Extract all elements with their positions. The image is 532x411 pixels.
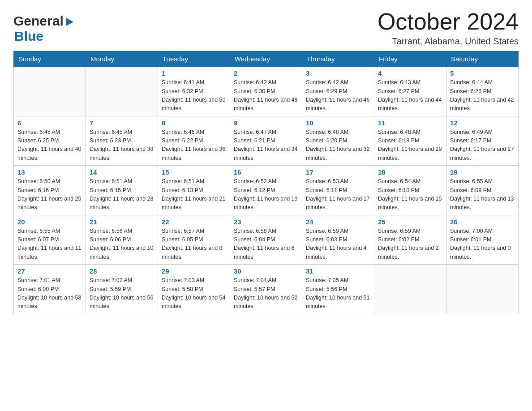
- day-info: Sunrise: 6:50 AMSunset: 6:16 PMDaylight:…: [17, 177, 82, 212]
- calendar-cell: 29Sunrise: 7:03 AMSunset: 5:58 PMDayligh…: [158, 265, 230, 314]
- day-number: 18: [378, 168, 442, 176]
- col-thursday: Thursday: [302, 51, 374, 67]
- day-info: Sunrise: 7:03 AMSunset: 5:58 PMDaylight:…: [162, 276, 226, 311]
- day-info: Sunrise: 6:48 AMSunset: 6:18 PMDaylight:…: [378, 128, 442, 163]
- day-number: 6: [17, 119, 82, 127]
- day-info: Sunrise: 6:55 AMSunset: 6:07 PMDaylight:…: [17, 227, 82, 262]
- calendar-cell: 24Sunrise: 6:59 AMSunset: 6:03 PMDayligh…: [302, 215, 374, 265]
- title-area: October 2024 Tarrant, Alabama, United St…: [378, 9, 519, 47]
- day-number: 24: [306, 218, 370, 226]
- day-info: Sunrise: 6:51 AMSunset: 6:15 PMDaylight:…: [90, 177, 154, 212]
- calendar-week-row: 6Sunrise: 6:45 AMSunset: 6:25 PMDaylight…: [14, 116, 519, 166]
- day-number: 10: [306, 119, 370, 127]
- day-number: 4: [378, 69, 442, 77]
- day-info: Sunrise: 6:52 AMSunset: 6:12 PMDaylight:…: [234, 177, 298, 212]
- day-number: 31: [306, 267, 370, 275]
- day-info: Sunrise: 7:04 AMSunset: 5:57 PMDaylight:…: [234, 276, 298, 311]
- calendar-cell: 26Sunrise: 7:00 AMSunset: 6:01 PMDayligh…: [446, 215, 519, 265]
- calendar-cell: 9Sunrise: 6:47 AMSunset: 6:21 PMDaylight…: [230, 116, 302, 166]
- day-info: Sunrise: 6:59 AMSunset: 6:03 PMDaylight:…: [306, 227, 370, 262]
- col-monday: Monday: [86, 51, 158, 67]
- calendar-cell: 19Sunrise: 6:55 AMSunset: 6:09 PMDayligh…: [446, 166, 519, 215]
- day-info: Sunrise: 7:01 AMSunset: 6:00 PMDaylight:…: [17, 276, 82, 311]
- col-wednesday: Wednesday: [230, 51, 302, 67]
- day-number: 21: [90, 218, 154, 226]
- calendar-cell: 23Sunrise: 6:58 AMSunset: 6:04 PMDayligh…: [230, 215, 302, 265]
- day-number: 30: [234, 267, 298, 275]
- calendar-cell: [14, 67, 86, 116]
- calendar-cell: 1Sunrise: 6:41 AMSunset: 6:32 PMDaylight…: [158, 67, 230, 116]
- day-number: 3: [306, 69, 370, 77]
- calendar-week-row: 27Sunrise: 7:01 AMSunset: 6:00 PMDayligh…: [14, 265, 519, 314]
- calendar-week-row: 1Sunrise: 6:41 AMSunset: 6:32 PMDaylight…: [14, 67, 519, 116]
- day-info: Sunrise: 6:45 AMSunset: 6:23 PMDaylight:…: [90, 128, 154, 163]
- day-info: Sunrise: 6:42 AMSunset: 6:29 PMDaylight:…: [306, 78, 370, 113]
- day-info: Sunrise: 6:55 AMSunset: 6:09 PMDaylight:…: [450, 177, 515, 212]
- calendar-cell: [446, 265, 519, 314]
- day-number: 16: [234, 168, 298, 176]
- day-info: Sunrise: 6:53 AMSunset: 6:11 PMDaylight:…: [306, 177, 370, 212]
- day-info: Sunrise: 6:58 AMSunset: 6:04 PMDaylight:…: [234, 227, 298, 262]
- calendar-cell: 15Sunrise: 6:51 AMSunset: 6:13 PMDayligh…: [158, 166, 230, 215]
- col-saturday: Saturday: [446, 51, 519, 67]
- day-number: 12: [450, 119, 515, 127]
- calendar-cell: 6Sunrise: 6:45 AMSunset: 6:25 PMDaylight…: [14, 116, 86, 166]
- calendar-cell: 11Sunrise: 6:48 AMSunset: 6:18 PMDayligh…: [374, 116, 446, 166]
- day-info: Sunrise: 6:57 AMSunset: 6:05 PMDaylight:…: [162, 227, 226, 262]
- logo: General Blue: [13, 13, 74, 44]
- calendar-table: Sunday Monday Tuesday Wednesday Thursday…: [13, 51, 519, 314]
- day-number: 7: [90, 119, 154, 127]
- calendar-cell: 16Sunrise: 6:52 AMSunset: 6:12 PMDayligh…: [230, 166, 302, 215]
- day-info: Sunrise: 6:51 AMSunset: 6:13 PMDaylight:…: [162, 177, 226, 212]
- day-number: 13: [17, 168, 82, 176]
- day-info: Sunrise: 7:02 AMSunset: 5:59 PMDaylight:…: [90, 276, 154, 311]
- calendar-cell: 18Sunrise: 6:54 AMSunset: 6:10 PMDayligh…: [374, 166, 446, 215]
- day-number: 9: [234, 119, 298, 127]
- day-number: 14: [90, 168, 154, 176]
- day-info: Sunrise: 6:46 AMSunset: 6:22 PMDaylight:…: [162, 128, 226, 163]
- calendar-cell: 5Sunrise: 6:44 AMSunset: 6:26 PMDaylight…: [446, 67, 519, 116]
- col-friday: Friday: [374, 51, 446, 67]
- calendar-cell: 14Sunrise: 6:51 AMSunset: 6:15 PMDayligh…: [86, 166, 158, 215]
- calendar-week-row: 20Sunrise: 6:55 AMSunset: 6:07 PMDayligh…: [14, 215, 519, 265]
- day-info: Sunrise: 6:47 AMSunset: 6:21 PMDaylight:…: [234, 128, 298, 163]
- calendar-cell: 27Sunrise: 7:01 AMSunset: 6:00 PMDayligh…: [14, 265, 86, 314]
- logo-blue-text: Blue: [14, 29, 43, 43]
- day-info: Sunrise: 6:54 AMSunset: 6:10 PMDaylight:…: [378, 177, 442, 212]
- calendar-cell: 8Sunrise: 6:46 AMSunset: 6:22 PMDaylight…: [158, 116, 230, 166]
- col-tuesday: Tuesday: [158, 51, 230, 67]
- calendar-cell: 31Sunrise: 7:05 AMSunset: 5:56 PMDayligh…: [302, 265, 374, 314]
- day-info: Sunrise: 6:42 AMSunset: 6:30 PMDaylight:…: [234, 78, 298, 113]
- day-number: 22: [162, 218, 226, 226]
- calendar-cell: 2Sunrise: 6:42 AMSunset: 6:30 PMDaylight…: [230, 67, 302, 116]
- calendar-cell: 25Sunrise: 6:59 AMSunset: 6:02 PMDayligh…: [374, 215, 446, 265]
- day-info: Sunrise: 6:45 AMSunset: 6:25 PMDaylight:…: [17, 128, 82, 163]
- day-info: Sunrise: 6:49 AMSunset: 6:17 PMDaylight:…: [450, 128, 515, 163]
- day-info: Sunrise: 6:48 AMSunset: 6:20 PMDaylight:…: [306, 128, 370, 163]
- day-info: Sunrise: 7:00 AMSunset: 6:01 PMDaylight:…: [450, 227, 515, 262]
- day-number: 26: [450, 218, 515, 226]
- logo-arrow-icon: [64, 17, 74, 27]
- day-number: 23: [234, 218, 298, 226]
- day-info: Sunrise: 6:41 AMSunset: 6:32 PMDaylight:…: [162, 78, 226, 113]
- calendar-cell: 22Sunrise: 6:57 AMSunset: 6:05 PMDayligh…: [158, 215, 230, 265]
- calendar-cell: [374, 265, 446, 314]
- day-info: Sunrise: 6:44 AMSunset: 6:26 PMDaylight:…: [450, 78, 515, 113]
- day-number: 19: [450, 168, 515, 176]
- calendar-cell: 17Sunrise: 6:53 AMSunset: 6:11 PMDayligh…: [302, 166, 374, 215]
- calendar-cell: [86, 67, 158, 116]
- day-number: 27: [17, 267, 82, 275]
- calendar-cell: 7Sunrise: 6:45 AMSunset: 6:23 PMDaylight…: [86, 116, 158, 166]
- day-number: 11: [378, 119, 442, 127]
- day-number: 1: [162, 69, 226, 77]
- calendar-cell: 3Sunrise: 6:42 AMSunset: 6:29 PMDaylight…: [302, 67, 374, 116]
- month-title: October 2024: [378, 9, 519, 34]
- day-info: Sunrise: 7:05 AMSunset: 5:56 PMDaylight:…: [306, 276, 370, 311]
- day-info: Sunrise: 6:59 AMSunset: 6:02 PMDaylight:…: [378, 227, 442, 262]
- calendar-cell: 12Sunrise: 6:49 AMSunset: 6:17 PMDayligh…: [446, 116, 519, 166]
- location-text: Tarrant, Alabama, United States: [378, 36, 519, 47]
- svg-marker-0: [66, 18, 73, 26]
- calendar-header-row: Sunday Monday Tuesday Wednesday Thursday…: [14, 51, 519, 67]
- calendar-cell: 4Sunrise: 6:43 AMSunset: 6:27 PMDaylight…: [374, 67, 446, 116]
- day-number: 20: [17, 218, 82, 226]
